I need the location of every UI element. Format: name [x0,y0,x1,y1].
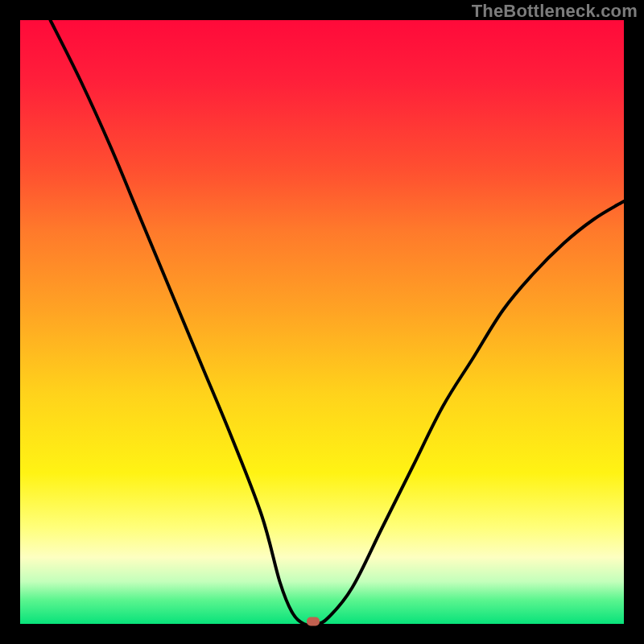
watermark-text: TheBottleneck.com [472,1,638,22]
bottleneck-curve [20,20,624,624]
minimum-marker [307,617,320,626]
plot-area [20,20,624,624]
chart-frame: TheBottleneck.com [0,0,644,644]
